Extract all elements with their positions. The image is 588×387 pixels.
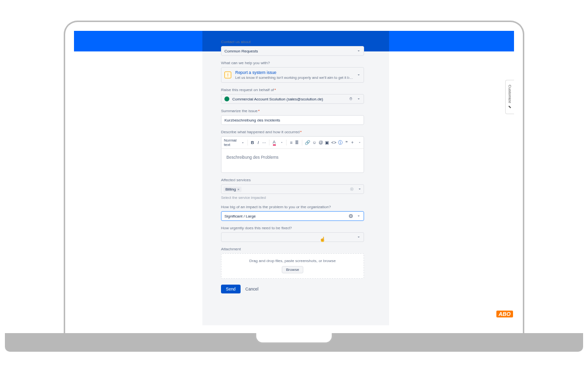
- warning-icon: !: [224, 72, 231, 78]
- gear-icon[interactable]: [350, 187, 354, 191]
- services-select[interactable]: Billing ×: [221, 184, 364, 194]
- customize-label: Customize: [508, 85, 512, 103]
- abo-badge: ABO: [496, 311, 513, 317]
- browse-button[interactable]: Browse: [282, 266, 304, 273]
- describe-label: Describe what happened and how it occurr…: [221, 130, 364, 134]
- services-label: Affected services: [221, 178, 364, 182]
- chip-remove-icon[interactable]: ×: [237, 187, 240, 192]
- text-color-icon[interactable]: A: [272, 140, 276, 145]
- code-icon[interactable]: <>: [331, 140, 336, 145]
- impact-select[interactable]: Significant / Large: [221, 211, 364, 221]
- right-panel-placeholder: [389, 31, 514, 325]
- impact-label: How big of an impact is the problem to y…: [221, 205, 364, 209]
- request-type-desc: Let us know if something isn't working p…: [235, 75, 355, 80]
- laptop-notch: [255, 333, 333, 344]
- link-icon[interactable]: 🔗: [305, 140, 310, 145]
- chevron-down-icon: [357, 97, 361, 101]
- request-type-select[interactable]: ! Report a system issue Let us know if s…: [221, 67, 364, 83]
- mention-icon[interactable]: @: [318, 140, 323, 145]
- dropzone-text: Drag and drop files, paste screenshots, …: [225, 259, 360, 263]
- chevron-down-icon: [357, 73, 361, 77]
- bullet-list-icon[interactable]: ≡: [289, 140, 293, 145]
- screen: Customize ABO Contact us about Common Re…: [74, 31, 514, 325]
- customize-tab[interactable]: Customize: [505, 80, 514, 114]
- chevron-down-icon: [357, 214, 361, 218]
- behalf-value: Commercial Account Scolution (sales@scol…: [232, 97, 349, 101]
- summary-input[interactable]: Kurzbeschreibung des Incidents: [221, 115, 364, 125]
- laptop-frame: Customize ABO Contact us about Common Re…: [64, 21, 524, 334]
- editor-toolbar: Normal text B I ··· A ≡ ≣ 🔗 ☺: [221, 137, 364, 149]
- cancel-button[interactable]: Cancel: [245, 287, 258, 291]
- clear-icon[interactable]: [349, 214, 353, 218]
- request-form: Contact us about Common Requests What ca…: [221, 35, 364, 325]
- chevron-down-icon: [358, 141, 361, 144]
- contact-select[interactable]: Common Requests: [221, 46, 364, 56]
- bold-icon[interactable]: B: [250, 140, 254, 145]
- contact-label: Contact us about: [221, 40, 364, 44]
- numbered-list-icon[interactable]: ≣: [295, 140, 299, 145]
- contact-value: Common Requests: [224, 49, 355, 53]
- description-editor[interactable]: Normal text B I ··· A ≡ ≣ 🔗 ☺: [221, 136, 364, 173]
- text-style-dropdown[interactable]: Normal text: [224, 138, 245, 147]
- emoji-icon[interactable]: ☺: [312, 140, 317, 145]
- pointer-cursor-icon: ☝: [319, 237, 325, 242]
- gear-icon[interactable]: [349, 97, 353, 101]
- left-sidebar-placeholder: [74, 31, 202, 325]
- chevron-down-icon: [357, 49, 361, 53]
- chevron-down-icon: [357, 235, 361, 239]
- italic-icon[interactable]: I: [256, 140, 260, 145]
- request-type-title: Report a system issue: [235, 70, 355, 75]
- summary-label: Summarize the issue: [221, 109, 364, 113]
- behalf-label: Raise this request on behalf of: [221, 88, 364, 92]
- image-icon[interactable]: ▣: [325, 140, 329, 145]
- chevron-down-icon: [358, 187, 362, 191]
- send-button[interactable]: Send: [221, 285, 241, 293]
- summary-value: Kurzbeschreibung des Incidents: [224, 118, 280, 122]
- attachment-dropzone[interactable]: Drag and drop files, paste screenshots, …: [221, 253, 364, 279]
- attachment-label: Attachment: [221, 247, 364, 251]
- editor-content[interactable]: Beschreibung des Problems: [221, 149, 364, 172]
- chevron-down-icon: [241, 141, 245, 145]
- impact-value: Significant / Large: [224, 214, 349, 218]
- urgency-label: How urgently does this need to be fixed?: [221, 226, 364, 230]
- urgency-select[interactable]: ☝: [221, 232, 364, 242]
- pencil-icon: [508, 105, 512, 109]
- behalf-select[interactable]: Commercial Account Scolution (sales@scol…: [221, 94, 364, 104]
- quote-icon[interactable]: ”: [344, 140, 348, 145]
- svg-point-1: [351, 189, 352, 190]
- service-chip: Billing ×: [223, 187, 242, 192]
- chevron-down-icon: [280, 141, 283, 144]
- services-helper: Select the service impacted: [221, 195, 364, 200]
- info-icon[interactable]: ⓘ: [338, 140, 343, 145]
- avatar: [224, 97, 229, 101]
- more-formatting-icon[interactable]: ···: [262, 140, 266, 145]
- help-label: What can we help you with?: [221, 61, 364, 65]
- insert-more-icon[interactable]: +: [350, 140, 354, 145]
